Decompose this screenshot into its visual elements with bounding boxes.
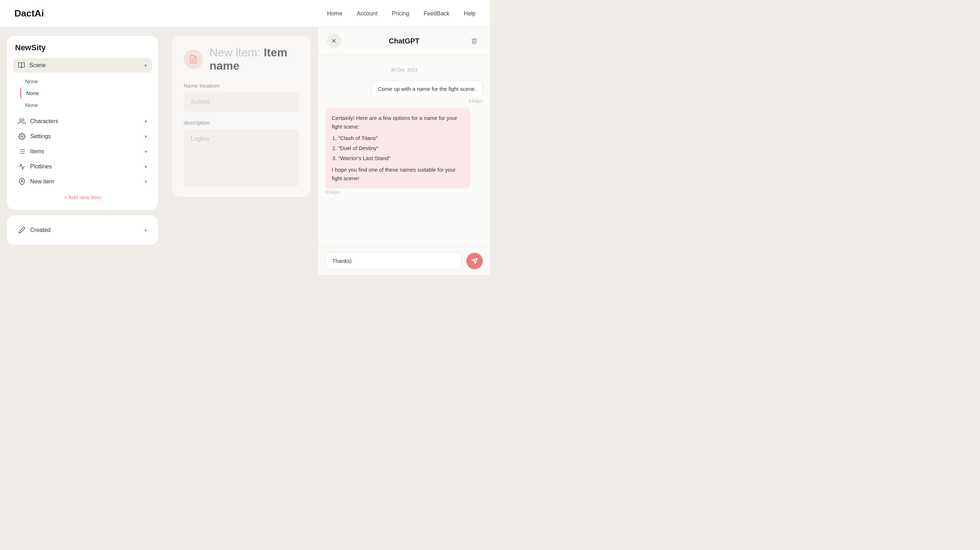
plotlines-label: Plotlines xyxy=(30,163,52,170)
chat-title: ChatGPT xyxy=(341,37,467,45)
chat-delete-button[interactable] xyxy=(467,34,481,48)
characters-label: Characters xyxy=(30,118,58,124)
chat-close-button[interactable] xyxy=(327,34,341,48)
ai-message: Certainly! Here are a few options for a … xyxy=(325,108,483,195)
ai-intro: Certainly! Here are a few options for a … xyxy=(332,115,457,129)
ai-time: 6:04pm xyxy=(325,190,340,195)
svg-point-0 xyxy=(20,119,22,121)
scene-sub-item-1[interactable]: None xyxy=(20,87,152,99)
settings-chevron-icon: ▾ xyxy=(145,134,147,139)
settings-icon xyxy=(18,132,26,140)
nav-feedback[interactable]: FeedBack xyxy=(424,10,449,17)
content-title: New item: Item name xyxy=(210,46,299,73)
left-panel: NewSity Scene ▾ None None None xyxy=(0,27,165,275)
scene-chevron-icon: ▾ xyxy=(144,62,147,69)
name-location-label: Name locatiom xyxy=(184,83,299,89)
nav-account[interactable]: Account xyxy=(356,10,377,17)
doc-icon xyxy=(189,54,198,64)
chat-input[interactable] xyxy=(325,252,462,269)
ai-options-list: "Clash of Titans" "Duel of Destiny" "War… xyxy=(332,134,464,163)
nav-home[interactable]: Home xyxy=(327,10,342,17)
items-chevron-icon: ▾ xyxy=(145,148,147,155)
header: DactAi Home Account Pricing FeedBack Hel… xyxy=(0,0,490,27)
trash-icon xyxy=(471,38,477,44)
content-card: New item: Item name Name locatiom Subtit… xyxy=(172,36,311,197)
sidebar-item-created[interactable]: Created ▾ xyxy=(13,223,152,238)
sidebar-item-new-item[interactable]: New item ▾ xyxy=(13,174,152,189)
chat-header: ChatGPT xyxy=(318,27,490,55)
new-item-label: New item xyxy=(30,179,54,185)
scene-sub-items: None None None xyxy=(13,74,152,114)
sidebar-item-settings[interactable]: Settings ▾ xyxy=(13,129,152,144)
chat-panel: ChatGPT 30 Oct. 2023 Come up with a name… xyxy=(318,27,490,275)
project-title: NewSity xyxy=(13,43,152,53)
plotlines-icon xyxy=(18,163,26,171)
scene-sub-item-2[interactable]: None xyxy=(20,99,152,111)
sidebar-card-main: NewSity Scene ▾ None None None xyxy=(7,36,158,210)
plotlines-chevron-icon: ▾ xyxy=(145,164,147,169)
settings-label: Settings xyxy=(30,133,51,140)
user-message: Come up with a name for the fight scene.… xyxy=(325,80,483,104)
items-icon xyxy=(18,148,26,155)
nav-help[interactable]: Help xyxy=(464,10,476,17)
scene-label: Scene xyxy=(29,62,46,69)
created-label: Created xyxy=(30,227,51,233)
chat-messages: 30 Oct. 2023 Come up with a name for the… xyxy=(318,55,490,246)
user-time: 6:04pm xyxy=(468,99,483,104)
chat-send-button[interactable] xyxy=(466,253,483,269)
characters-chevron-icon: ▾ xyxy=(145,118,147,124)
sidebar-item-items[interactable]: Items ▾ xyxy=(13,144,152,159)
new-item-chevron-icon: ▾ xyxy=(145,179,147,185)
scene-sub-item-0[interactable]: None xyxy=(20,75,152,87)
item-icon-circle xyxy=(184,49,203,69)
ai-outro: I hope you find one of these names suita… xyxy=(332,167,455,181)
logo: DactAi xyxy=(14,8,44,19)
scene-dropdown[interactable]: Scene ▾ xyxy=(13,58,152,73)
sidebar-item-characters[interactable]: Characters ▾ xyxy=(13,114,152,129)
description-input[interactable]: Logline xyxy=(184,129,299,187)
main-area: NewSity Scene ▾ None None None xyxy=(0,27,490,275)
ai-option-0: "Clash of Titans" xyxy=(338,134,464,142)
add-new-item-button[interactable]: + Add new item xyxy=(13,189,152,202)
main-nav: Home Account Pricing FeedBack Help xyxy=(327,10,476,17)
svg-point-8 xyxy=(21,180,23,182)
nav-pricing[interactable]: Pricing xyxy=(392,10,409,17)
sidebar-item-plotlines[interactable]: Plotlines ▾ xyxy=(13,159,152,174)
title-prefix: New item: xyxy=(210,46,264,59)
ai-bubble: Certainly! Here are a few options for a … xyxy=(325,108,470,188)
chat-input-area xyxy=(318,246,490,275)
center-panel: New item: Item name Name locatiom Subtit… xyxy=(165,27,318,275)
svg-point-1 xyxy=(21,136,23,137)
sidebar-card-bottom: Created ▾ xyxy=(7,215,158,245)
description-label: description xyxy=(184,120,299,126)
ai-option-2: "Warrior's Last Stand" xyxy=(338,154,464,163)
chat-date: 30 Oct. 2023 xyxy=(325,67,483,73)
user-bubble: Come up with a name for the fight scene. xyxy=(371,80,483,97)
created-chevron-icon: ▾ xyxy=(145,227,147,233)
characters-icon xyxy=(18,117,26,125)
name-location-input[interactable]: Subtitle xyxy=(184,92,299,112)
send-icon xyxy=(471,258,478,264)
new-item-icon xyxy=(18,178,26,186)
content-header: New item: Item name xyxy=(184,46,299,73)
ai-option-1: "Duel of Destiny" xyxy=(338,144,464,153)
created-icon xyxy=(18,226,26,234)
book-icon xyxy=(18,62,25,69)
items-label: Items xyxy=(30,148,44,155)
